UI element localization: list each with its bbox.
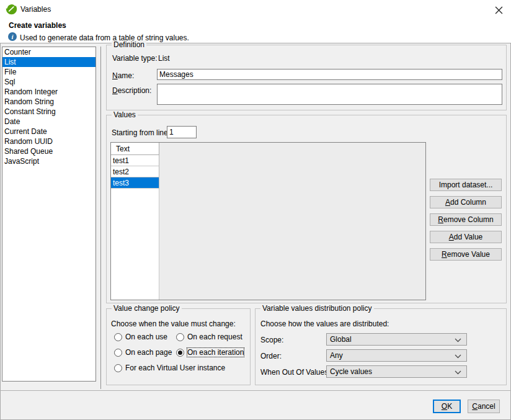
table-row[interactable]: test1	[111, 155, 159, 166]
type-item-random-integer[interactable]: Random Integer	[2, 87, 96, 97]
cancel-button[interactable]: Cancel	[468, 400, 500, 413]
table-row[interactable]: test3	[111, 177, 159, 189]
type-item-javascript[interactable]: JavaScript	[2, 156, 96, 166]
vertical-separator	[100, 47, 101, 389]
radio-circle-icon	[114, 349, 122, 357]
type-item-random-uuid[interactable]: Random UUID	[2, 136, 96, 146]
type-item-sql[interactable]: Sql	[2, 77, 96, 87]
radio-on-each-use[interactable]: On each use	[114, 333, 167, 341]
radio-on-each-page[interactable]: On each page	[114, 348, 172, 357]
radio-label: For each Virtual User instance	[125, 364, 225, 372]
remove-column-button[interactable]: Remove Column	[430, 213, 502, 226]
description-label: Description:	[112, 86, 151, 95]
radio-for-each-virtual-user[interactable]: For each Virtual User instance	[114, 364, 225, 372]
type-item-file[interactable]: File	[2, 67, 96, 77]
value-change-policy-legend: Value change policy	[112, 304, 182, 313]
add-column-button[interactable]: Add Column	[430, 196, 502, 208]
title-bar: Variables Create variables i Used to gen…	[0, 0, 511, 43]
order-label: Order:	[260, 352, 282, 360]
variables-dialog: Variables Create variables i Used to gen…	[0, 0, 511, 420]
scope-select[interactable]: Global	[326, 333, 467, 346]
values-table: Text test1 test2 test3	[110, 142, 426, 300]
radio-label: On each use	[125, 333, 167, 341]
variable-type-label: Variable type:	[112, 54, 158, 63]
radio-label: On each page	[125, 348, 172, 357]
values-group: Values Starting from line: Text test1 te…	[106, 115, 507, 303]
type-item-constant-string[interactable]: Constant String	[2, 107, 96, 117]
order-select[interactable]: Any	[326, 349, 467, 362]
header-divider	[0, 43, 511, 43]
info-description: Used to generate data from a table of st…	[20, 34, 189, 42]
when-out-of-values-label: When Out Of Values:	[260, 368, 331, 377]
radio-label: On each request	[187, 333, 242, 341]
app-logo-icon	[6, 3, 17, 15]
remove-value-button[interactable]: Remove Value	[430, 248, 502, 261]
type-item-date[interactable]: Date	[2, 117, 96, 127]
ok-button[interactable]: OK	[433, 400, 461, 413]
order-value: Any	[330, 351, 343, 360]
distribution-policy-legend: Variable values distribution policy	[260, 304, 374, 313]
radio-circle-icon	[114, 364, 122, 372]
radio-circle-icon	[114, 333, 122, 341]
description-input[interactable]	[157, 84, 502, 105]
type-item-current-date[interactable]: Current Date	[2, 127, 96, 136]
add-value-button[interactable]: Add Value	[430, 231, 502, 243]
chevron-down-icon	[455, 370, 461, 375]
value-change-prompt: Choose when the value must change:	[111, 319, 236, 328]
type-item-list[interactable]: List	[2, 57, 96, 67]
page-title: Create variables	[9, 21, 66, 30]
scope-label: Scope:	[260, 336, 283, 344]
import-dataset-button[interactable]: Import dataset...	[430, 179, 502, 191]
variable-type-list: Counter List File Sql Random Integer Ran…	[2, 47, 96, 382]
close-icon[interactable]	[492, 3, 505, 17]
starting-from-label: Starting from line:	[112, 128, 170, 137]
radio-label: On each iteration	[187, 348, 244, 357]
chevron-down-icon	[455, 354, 461, 359]
name-input[interactable]	[157, 69, 502, 80]
window-title: Variables	[20, 5, 51, 14]
scope-value: Global	[330, 335, 352, 344]
name-label: Name:	[112, 71, 134, 80]
table-row[interactable]: test2	[111, 166, 159, 177]
type-item-counter[interactable]: Counter	[2, 47, 96, 57]
when-out-of-values-value: Cycle values	[330, 367, 372, 377]
definition-group: Definition Variable type: List Name: Des…	[106, 45, 507, 110]
info-icon: i	[8, 32, 17, 41]
when-out-of-values-select[interactable]: Cycle values	[326, 365, 467, 378]
variable-type-value: List	[158, 54, 170, 63]
radio-circle-icon	[176, 349, 184, 357]
distribution-prompt: Choose how the values are distributed:	[260, 319, 389, 328]
type-item-random-string[interactable]: Random String	[2, 97, 96, 107]
radio-on-each-request[interactable]: On each request	[176, 333, 242, 341]
radio-on-each-iteration[interactable]: On each iteration	[176, 348, 244, 357]
definition-legend: Definition	[112, 40, 146, 49]
chevron-down-icon	[455, 338, 461, 342]
starting-from-input[interactable]	[167, 126, 197, 138]
values-legend: Values	[112, 110, 138, 119]
column-header-text[interactable]: Text	[111, 143, 159, 155]
radio-circle-icon	[176, 333, 184, 341]
distribution-policy-group: Variable values distribution policy Choo…	[255, 308, 507, 385]
type-item-shared-queue[interactable]: Shared Queue	[2, 146, 96, 156]
value-change-policy-group: Value change policy Choose when the valu…	[106, 308, 251, 385]
footer-divider	[0, 390, 511, 391]
